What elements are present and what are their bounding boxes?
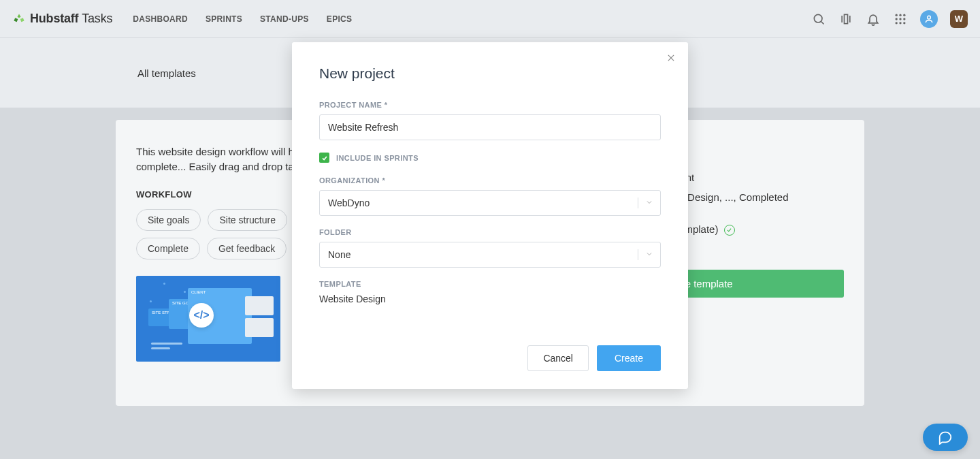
modal-title: New project bbox=[319, 65, 661, 82]
modal-overlay: New project PROJECT NAME * INCLUDE IN SP… bbox=[0, 0, 980, 459]
include-sprints-checkbox[interactable] bbox=[319, 153, 329, 163]
folder-select[interactable]: None bbox=[319, 242, 661, 268]
chevron-down-icon bbox=[645, 249, 653, 260]
cancel-button[interactable]: Cancel bbox=[527, 345, 589, 371]
project-name-input[interactable] bbox=[319, 114, 661, 140]
close-icon[interactable] bbox=[666, 53, 676, 65]
project-name-label: PROJECT NAME * bbox=[319, 101, 661, 109]
template-label: TEMPLATE bbox=[319, 280, 661, 288]
help-chat-button[interactable] bbox=[923, 424, 968, 451]
new-project-modal: New project PROJECT NAME * INCLUDE IN SP… bbox=[292, 42, 688, 389]
chevron-down-icon bbox=[645, 197, 653, 208]
include-sprints-label: INCLUDE IN SPRINTS bbox=[336, 154, 419, 162]
folder-label: FOLDER bbox=[319, 228, 661, 236]
include-sprints-row[interactable]: INCLUDE IN SPRINTS bbox=[319, 153, 661, 163]
modal-actions: Cancel Create bbox=[319, 345, 661, 371]
organization-select[interactable]: WebDyno bbox=[319, 190, 661, 216]
organization-label: ORGANIZATION * bbox=[319, 176, 661, 185]
template-value: Website Design bbox=[319, 294, 661, 304]
create-button[interactable]: Create bbox=[597, 345, 661, 371]
